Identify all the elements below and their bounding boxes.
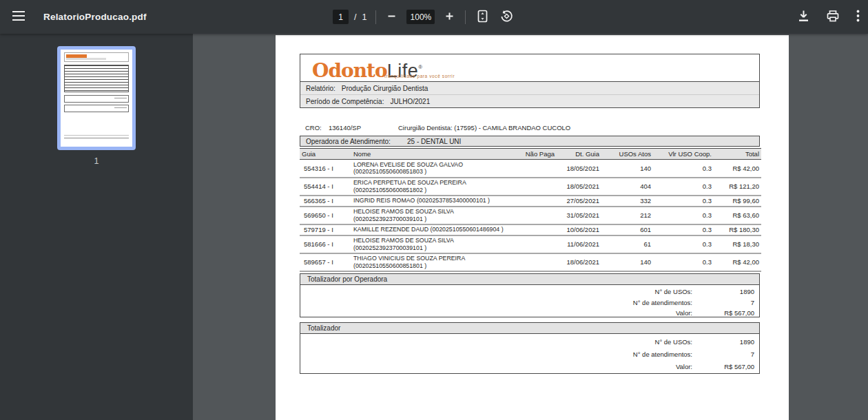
cell-guia: 579719 - I (300, 224, 347, 235)
table-header-cell: USOs Atos (601, 149, 653, 160)
table-header-cell: Não Paga (512, 149, 557, 160)
cell-usos-atos: 61 (601, 235, 653, 253)
patient-name: LORENA EVELISE DE SOUZA GALVAO (353, 161, 510, 169)
totals-general-header: Totalizador (300, 322, 760, 334)
cell-nome: HELOISE RAMOS DE SOUZA SILVA(00202523923… (347, 235, 512, 253)
rotate-button[interactable] (500, 10, 513, 25)
cell-usos-atos: 332 (601, 196, 653, 207)
patient-code: (00202510550600851802 ) (353, 187, 510, 194)
totals-operator-box: N° de USOs:1890N° de atendimentos:7Valor… (300, 285, 760, 317)
patient-code: (00202510550600851803 ) (353, 168, 510, 176)
production-table: GuiaNomeNão PagaDt. GuiaUSOs AtosVlr USO… (300, 148, 761, 272)
table-row: 554316 - ILORENA EVELISE DE SOUZA GALVAO… (300, 160, 761, 178)
cell-nao-paga (512, 207, 557, 224)
zoom-level-input[interactable] (406, 10, 435, 24)
total-label: Valor: (676, 309, 692, 317)
total-value: 1890 (692, 338, 754, 346)
table-row: 554414 - IERICA PERPETUA DE SOUZA PEREIR… (300, 178, 761, 196)
production-table-body: 554316 - ILORENA EVELISE DE SOUZA GALVAO… (300, 160, 761, 271)
menu-button[interactable] (12, 10, 25, 23)
total-value: 7 (692, 350, 754, 358)
cell-total: R$ 121,20 (714, 178, 761, 196)
cell-usos-atos: 404 (601, 178, 653, 196)
period-label: Período de Competência: (306, 98, 384, 105)
total-value: 7 (692, 299, 754, 306)
print-button[interactable] (827, 10, 839, 24)
pdf-toolbar: RelatorioProducao.pdf / 1 (0, 0, 868, 34)
zoom-in-button[interactable] (444, 11, 455, 23)
print-icon (827, 10, 839, 24)
rotate-icon (500, 10, 513, 25)
cell-nao-paga (512, 178, 557, 196)
patient-name: HELOISE RAMOS DE SOUZA SILVA (353, 208, 510, 216)
fit-to-page-button[interactable] (476, 10, 489, 25)
totals-operator-header: Totalizador por Operadora (300, 273, 760, 285)
cell-vlr-uso-coop: 0.3 (653, 207, 714, 224)
odontolife-logo: OdontoLife® (312, 54, 422, 87)
patient-name: THIAGO VINICIUS DE SOUZA PEREIRA (353, 255, 510, 262)
cell-nao-paga (512, 253, 557, 271)
patient-code: (00202510550600851801 ) (353, 262, 510, 270)
table-header-cell: Nome (347, 149, 512, 160)
toolbar-divider (375, 10, 376, 24)
download-button[interactable] (798, 10, 809, 24)
cell-total: R$ 63,60 (714, 207, 761, 224)
page-number-input[interactable] (333, 10, 349, 24)
cell-dt-guia: 18/06/2021 (557, 253, 601, 271)
total-value: R$ 567,00 (692, 363, 754, 370)
page-total: 1 (362, 12, 366, 22)
practitioner-line: CRO: 136140/SP Cirurgião Dentista: (1759… (300, 124, 760, 132)
cell-vlr-uso-coop: 0.3 (653, 224, 714, 235)
total-row: N° de atendimentos:7 (300, 350, 759, 363)
cell-usos-atos: 140 (601, 253, 653, 271)
cell-total: R$ 18,30 (714, 235, 761, 253)
cell-vlr-uso-coop: 0.3 (653, 196, 714, 207)
registered-mark: ® (418, 64, 422, 70)
cell-usos-atos: 140 (601, 160, 653, 178)
more-options-button[interactable] (856, 10, 860, 24)
toolbar-divider (465, 10, 466, 24)
total-label: N° de USOs: (655, 338, 692, 346)
patient-code: (00202523923700039101 ) (353, 244, 510, 252)
cell-total: R$ 42,00 (714, 253, 761, 271)
table-row: 569650 - IHELOISE RAMOS DE SOUZA SILVA(0… (300, 207, 761, 224)
cell-dt-guia: 27/05/2021 (557, 196, 601, 207)
page-1-thumbnail[interactable]: 1 (57, 46, 136, 166)
cell-vlr-uso-coop: 0.3 (653, 253, 714, 271)
total-row: N° de atendimentos:7 (300, 299, 759, 310)
hamburger-menu-icon (12, 10, 25, 23)
patient-code: (00202523923700039101 ) (353, 216, 510, 223)
table-row: 581666 - IHELOISE RAMOS DE SOUZA SILVA(0… (300, 235, 761, 253)
patient-name: INGRID REIS ROMAO (00202537853400000101 … (353, 197, 510, 204)
cell-nao-paga (512, 196, 557, 207)
patient-name: KAMILLE REZENDE DAUD (002025105506014869… (353, 226, 510, 233)
pdf-viewport[interactable]: OdontoLife® tranquilidade para você sorr… (193, 34, 868, 420)
cell-nao-paga (512, 160, 557, 178)
plus-icon (444, 11, 455, 23)
page-separator: / (354, 12, 356, 22)
operator-label: Operadora de Atendimento: (306, 138, 391, 145)
table-row: 566365 - IINGRID REIS ROMAO (00202537853… (300, 196, 761, 207)
total-row: Valor:R$ 567,00 (300, 363, 759, 375)
cell-usos-atos: 601 (601, 224, 653, 235)
patient-name: HELOISE RAMOS DE SOUZA SILVA (353, 237, 510, 244)
table-header-cell: Dt. Guia (557, 149, 601, 160)
total-row: N° de USOs:1890 (300, 338, 759, 350)
thumbnail-sidebar: 1 (0, 34, 193, 420)
cell-dt-guia: 31/05/2021 (557, 207, 601, 224)
cell-nome: THIAGO VINICIUS DE SOUZA PEREIRA(0020251… (347, 253, 512, 271)
total-value: R$ 567,00 (692, 309, 754, 317)
cell-vlr-uso-coop: 0.3 (653, 235, 714, 253)
zoom-out-button[interactable] (386, 11, 397, 23)
logo-tagline: tranquilidade para você sorrir (384, 74, 455, 78)
dentist-name: Cirurgião Dentista: (17595) - CAMILA BRA… (398, 124, 570, 132)
cell-guia: 554414 - I (300, 178, 347, 196)
period-row: Período de Competência: JULHO/2021 (300, 94, 759, 107)
total-label: N° de atendimentos: (633, 299, 692, 306)
logo-text-odonto: Odonto (312, 59, 387, 82)
table-row: 589657 - ITHIAGO VINICIUS DE SOUZA PEREI… (300, 253, 761, 271)
thumbnail-page-preview (57, 46, 136, 150)
cell-nome: ERICA PERPETUA DE SOUZA PEREIRA(00202510… (347, 178, 512, 196)
cell-nao-paga (512, 235, 557, 253)
cell-guia: 566365 - I (300, 196, 347, 207)
